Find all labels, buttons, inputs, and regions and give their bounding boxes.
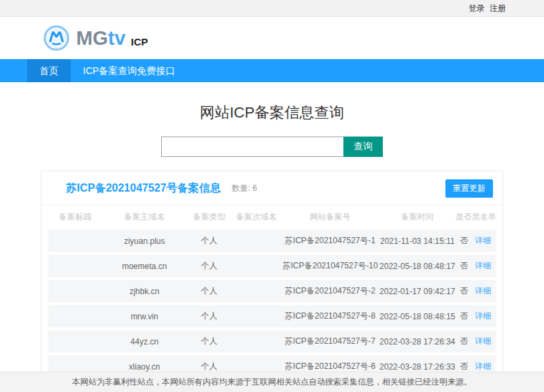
col-header-blacklist: 是否黑名单: [456, 211, 496, 223]
detail-link[interactable]: 详细: [475, 285, 491, 297]
result-table: 备案标题 备案主域名 备案类型 备案次域名 网站备案号 备案时间 是否黑名单 z…: [41, 205, 503, 372]
footer-text: 本网站为非赢利性站点，本网站所有内容均来源于互联网相关站点自动搜索采集信息，相关…: [72, 376, 472, 388]
login-link[interactable]: 登录: [469, 3, 485, 14]
logo-text-mg: MG: [76, 27, 108, 50]
cell-blacklist: 否: [460, 235, 468, 247]
panel-title: 苏ICP备2021047527号备案信息: [66, 181, 221, 196]
nav-item-icp-api[interactable]: ICP备案查询免费接口: [71, 59, 187, 82]
col-header-subdomain: 备案次域名: [232, 211, 281, 223]
cell-time: 2021-11-03 14:15:11: [379, 236, 456, 246]
result-panel-header: 苏ICP备2021047527号备案信息 数量: 6 重置更新: [41, 171, 503, 205]
result-table-body: ziyuan.plus 个人 苏ICP备2021047527号-1 2021-1…: [48, 230, 496, 372]
result-count-value: 6: [252, 183, 257, 193]
detail-link[interactable]: 详细: [475, 235, 491, 247]
logo-text-icp: ICP: [131, 36, 148, 48]
table-row: zjhbk.cn 个人 苏ICP备2021047527号-2 2022-01-1…: [48, 280, 496, 302]
result-panel: 苏ICP备2021047527号备案信息 数量: 6 重置更新 备案标题 备案主…: [41, 171, 503, 372]
search-input[interactable]: [161, 137, 343, 157]
cell-time: 2022-05-18 08:48:17: [379, 262, 456, 271]
cell-domain: mrw.vin: [102, 312, 187, 321]
detail-link[interactable]: 详细: [475, 260, 491, 272]
table-row: 44yz.cn 个人 苏ICP备2021047527号-7 2022-03-28…: [48, 330, 496, 353]
mgtv-logo-icon: [42, 24, 71, 52]
cell-blacklist: 否: [460, 336, 468, 347]
footer: 本网站为非赢利性站点，本网站所有内容均来源于互联网相关站点自动搜索采集信息，相关…: [0, 372, 544, 392]
col-header-time: 备案时间: [379, 211, 456, 223]
cell-domain: moemeta.cn: [102, 262, 187, 271]
table-row: mrw.vin 个人 苏ICP备2021047527号-8 2022-05-18…: [48, 305, 496, 327]
main-content: 网站ICP备案信息查询 查询 苏ICP备2021047527号备案信息 数量: …: [0, 82, 544, 372]
table-row: xliaoy.cn 个人 苏ICP备2021047527号-6 2022-03-…: [48, 355, 496, 372]
col-header-title: 备案标题: [48, 211, 102, 223]
cell-icp-number: 苏ICP备2021047527号-1: [281, 235, 379, 247]
cell-icp-number: 苏ICP备2021047527号-8: [281, 310, 379, 322]
search-bar: 查询: [161, 137, 383, 157]
cell-blacklist: 否: [460, 260, 468, 272]
cell-icp-number: 苏ICP备2021047527号-6: [281, 361, 379, 372]
cell-domain: ziyuan.plus: [102, 236, 187, 246]
table-row: ziyuan.plus 个人 苏ICP备2021047527号-1 2021-1…: [48, 230, 496, 252]
cell-type: 个人: [187, 310, 232, 322]
site-header: MGtv ICP: [0, 17, 544, 59]
site-logo[interactable]: MGtv ICP: [42, 24, 148, 52]
cell-type: 个人: [187, 285, 232, 297]
cell-icp-number: 苏ICP备2021047527号-2: [281, 285, 379, 297]
table-row: moemeta.cn 个人 苏ICP备2021047527号-10 2022-0…: [48, 255, 496, 277]
cell-icp-number: 苏ICP备2021047527号-10: [281, 260, 379, 272]
topbar: 登录 注册: [0, 0, 544, 17]
cell-domain: xliaoy.cn: [102, 362, 187, 372]
reset-update-button[interactable]: 重置更新: [445, 179, 493, 198]
search-button[interactable]: 查询: [343, 137, 383, 157]
logo-text-tv: tv: [108, 27, 126, 50]
col-header-type: 备案类型: [187, 211, 232, 223]
cell-domain: 44yz.cn: [102, 337, 187, 346]
table-header-row: 备案标题 备案主域名 备案类型 备案次域名 网站备案号 备案时间 是否黑名单: [48, 205, 496, 230]
main-nav: 首页 ICP备案查询免费接口: [0, 59, 544, 82]
result-count-label: 数量:: [232, 183, 253, 193]
cell-time: 2022-03-28 17:26:33: [379, 362, 456, 372]
cell-blacklist: 否: [460, 361, 468, 372]
cell-type: 个人: [187, 336, 232, 347]
cell-type: 个人: [187, 235, 232, 247]
detail-link[interactable]: 详细: [475, 336, 491, 347]
cell-blacklist: 否: [460, 285, 468, 297]
cell-time: 2022-01-17 09:42:17: [379, 287, 456, 296]
cell-domain: zjhbk.cn: [102, 287, 187, 296]
cell-icp-number: 苏ICP备2021047527号-7: [281, 336, 379, 347]
register-link[interactable]: 注册: [490, 3, 506, 14]
col-header-icp: 网站备案号: [281, 211, 379, 223]
detail-link[interactable]: 详细: [475, 310, 491, 322]
cell-time: 2022-05-18 08:48:15: [379, 312, 456, 321]
page-title: 网站ICP备案信息查询: [0, 103, 544, 123]
result-count: 数量: 6: [232, 183, 257, 194]
cell-blacklist: 否: [460, 310, 468, 322]
cell-type: 个人: [187, 361, 232, 372]
detail-link[interactable]: 详细: [475, 361, 491, 372]
col-header-domain: 备案主域名: [102, 211, 187, 223]
cell-type: 个人: [187, 260, 232, 272]
cell-time: 2022-03-28 17:26:34: [379, 337, 456, 346]
nav-item-home[interactable]: 首页: [27, 59, 71, 82]
